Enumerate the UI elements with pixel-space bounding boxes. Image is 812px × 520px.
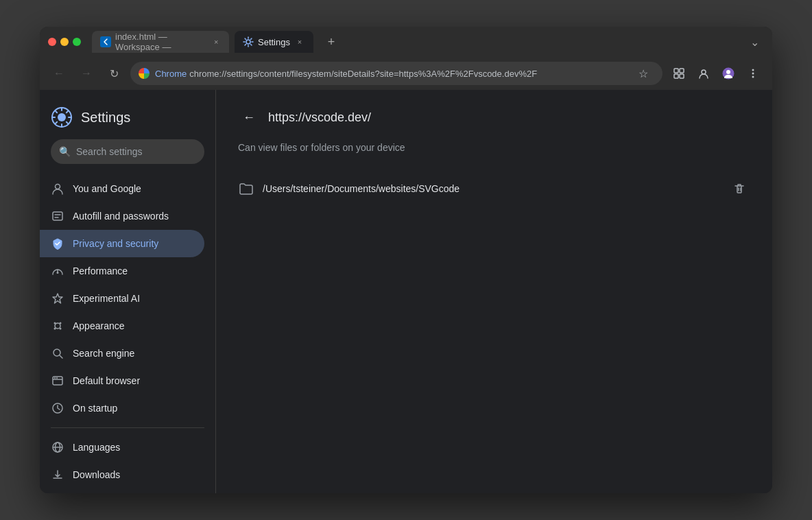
sidebar-item-downloads[interactable]: Downloads [40,461,204,488]
settings-title: Settings [81,110,130,126]
titlebar: index.html — Workspace — × Settings × + … [40,27,772,57]
svg-rect-15 [53,212,62,220]
svg-point-24 [60,328,62,330]
languages-icon [51,440,64,454]
shield-icon [51,237,64,250]
address-url: chrome://settings/content/filesystem/sit… [189,69,537,79]
sidebar-item-default-browser[interactable]: Default browser [40,367,204,394]
svg-point-11 [752,76,754,78]
startup-icon [51,401,64,415]
folder-icon [238,181,254,196]
downloads-icon [51,468,64,482]
address-bar[interactable]: Chrome chrome://settings/content/filesys… [130,62,662,85]
tab-settings-close[interactable]: × [294,36,305,47]
sidebar: Settings 🔍 Search settings You and Googl… [40,90,215,493]
svg-point-9 [752,69,754,71]
tab-vscode[interactable]: index.html — Workspace — × [92,31,229,53]
svg-point-23 [54,328,56,330]
svg-rect-3 [680,69,684,73]
minimize-button[interactable] [60,38,69,46]
close-button[interactable] [48,38,56,46]
search-icon: 🔍 [59,146,71,157]
tab-list-chevron[interactable]: ⌄ [745,32,764,51]
sidebar-item-on-startup[interactable]: On startup [40,394,204,422]
panel-back-button[interactable]: ← [238,106,260,128]
svg-point-22 [60,322,62,324]
svg-point-14 [56,185,60,189]
toolbar: ← → ↻ Chrome chrome://settings/content/f… [40,57,772,90]
sidebar-item-privacy-security-label: Privacy and security [73,238,158,249]
sidebar-item-you-and-google-label: You and Google [73,183,141,194]
svg-point-1 [246,40,250,44]
profile-button[interactable] [717,62,739,84]
search-placeholder: Search settings [76,146,143,157]
svg-point-6 [702,70,706,74]
sidebar-item-appearance-label: Appearance [73,320,125,331]
sidebar-item-default-browser-label: Default browser [73,375,140,386]
svg-point-8 [726,70,730,74]
sidebar-item-downloads-label: Downloads [73,469,120,480]
toolbar-icons [668,62,764,84]
delete-file-button[interactable] [728,178,750,200]
sidebar-item-you-and-google[interactable]: You and Google [40,175,204,202]
sidebar-item-experimental-ai-label: Experimental AI [73,293,140,304]
svg-rect-4 [674,74,678,78]
content-area: Settings 🔍 Search settings You and Googl… [40,90,772,493]
vscode-icon [100,36,111,47]
sidebar-item-performance[interactable]: Performance [40,257,204,285]
appearance-icon [51,319,64,333]
svg-marker-19 [53,294,62,303]
settings-logo-icon [51,106,73,128]
sidebar-item-languages[interactable]: Languages [40,434,204,461]
sidebar-item-privacy-security[interactable]: Privacy and security [40,230,204,257]
browser-icon [51,374,64,388]
extensions-button[interactable] [668,62,690,84]
tab-settings-label: Settings [258,37,290,47]
sidebar-item-autofill-label: Autofill and passwords [73,211,169,222]
traffic-lights [48,38,81,46]
svg-point-13 [58,113,66,121]
bookmark-button[interactable]: ☆ [632,62,654,84]
address-text: Chrome chrome://settings/content/filesys… [155,69,537,79]
reload-button[interactable]: ↻ [103,62,125,84]
svg-rect-5 [680,74,684,78]
tab-settings[interactable]: Settings × [235,31,313,53]
performance-icon [51,264,64,278]
panel-url: https://vscode.dev/ [268,110,371,125]
account-button[interactable] [693,62,715,84]
more-button[interactable] [742,62,764,84]
address-actions: ☆ [632,62,654,84]
sidebar-item-appearance[interactable]: Appearance [40,312,204,340]
maximize-button[interactable] [73,38,81,46]
sidebar-divider [51,427,204,428]
settings-header: Settings [40,101,215,139]
svg-point-10 [752,73,754,75]
autofill-icon [51,209,64,223]
search-engine-icon [51,346,64,360]
person-icon [51,182,64,196]
browser-window: index.html — Workspace — × Settings × + … [40,27,772,493]
svg-point-21 [54,322,56,324]
file-entry: /Users/tsteiner/Documents/websites/SVGco… [216,169,772,208]
sidebar-item-on-startup-label: On startup [73,403,117,414]
sidebar-item-experimental-ai[interactable]: Experimental AI [40,285,204,312]
sidebar-item-autofill[interactable]: Autofill and passwords [40,202,204,230]
main-panel: ← https://vscode.dev/ Can view files or … [215,90,772,493]
new-tab-button[interactable]: + [322,32,341,51]
settings-gear-icon [243,36,254,47]
sidebar-item-search-engine[interactable]: Search engine [40,340,204,367]
svg-point-20 [55,323,60,329]
tab-vscode-close[interactable]: × [212,36,221,47]
svg-point-18 [57,272,59,274]
tab-vscode-label: index.html — Workspace — [115,32,208,52]
settings-search-bar[interactable]: 🔍 Search settings [51,139,204,164]
forward-button[interactable]: → [75,62,97,84]
svg-rect-2 [674,69,678,73]
tab-end-area: ⌄ [745,32,764,51]
chrome-label: Chrome [155,69,187,79]
sidebar-item-search-engine-label: Search engine [73,348,134,359]
back-button[interactable]: ← [48,62,70,84]
chrome-logo-icon [139,68,150,79]
sidebar-item-performance-label: Performance [73,265,128,276]
ai-icon [51,292,64,305]
